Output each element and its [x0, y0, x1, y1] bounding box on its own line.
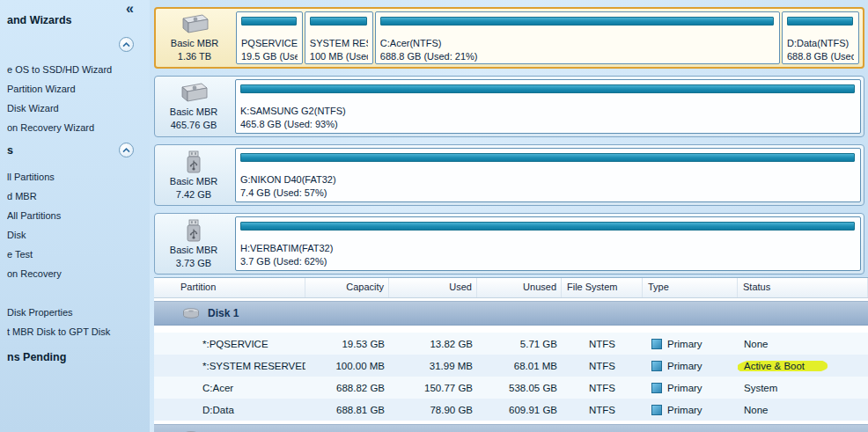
partition-block-pqservice[interactable]: PQSERVICE(NTFS) 19.5 GB (Used: 71%) [236, 11, 303, 64]
table-row-c-acer[interactable]: C:Acer 688.82 GB 150.77 GB 538.05 GB NTF… [154, 377, 868, 399]
cell-file-system: NTFS [562, 405, 643, 415]
disk-map: Basic MBR 1.36 TB PQSERVICE(NTFS) 19.5 G… [154, 7, 864, 282]
disk2-group-row[interactable]: Disk 2 [154, 424, 868, 432]
usb-drive-icon [183, 150, 204, 174]
partition-info: 100 MB (Used: 32%) [310, 50, 368, 63]
primary-partition-icon [651, 361, 662, 371]
partition-info: 3.7 GB (Used: 62%) [240, 255, 856, 268]
cell-used: 13.82 GB [389, 339, 477, 349]
partition-info: 465.8 GB (Used: 93%) [240, 118, 856, 131]
table-header: Partition Capacity Used Unused File Syst… [154, 278, 868, 298]
cell-type: Primary [643, 383, 738, 393]
disk-map-row-disk4[interactable]: Basic MBR 3.73 GB H:VERBATIM(FAT32) 3.7 … [154, 213, 864, 275]
cell-type: Primary [643, 361, 738, 371]
cell-status: None [738, 339, 868, 349]
operations-pending-title: ns Pending [7, 351, 66, 363]
disk-size-label: 3.73 GB [176, 257, 211, 269]
disk1-group-row[interactable]: Disk 1 [154, 301, 868, 326]
sidebar-item-align-all-partitions[interactable]: All Partitions [7, 206, 146, 225]
partition-block-g-nikon[interactable]: G:NIKON D40(FAT32) 7.4 GB (Used: 57%) [235, 148, 861, 202]
disk-icon [182, 308, 200, 319]
cell-unused: 68.01 MB [477, 361, 562, 371]
partition-info: 7.4 GB (Used: 57%) [240, 187, 856, 200]
column-header-partition[interactable]: Partition [154, 278, 305, 297]
cell-capacity: 688.81 GB [305, 405, 389, 415]
column-header-type[interactable]: Type [643, 278, 738, 297]
disk-group-name: Disk 1 [208, 307, 239, 319]
disk-map-row-disk2[interactable]: Basic MBR 465.76 GB K:SAMSUNG G2(NTFS) 4… [154, 76, 864, 137]
cell-partition: C:Acer [154, 383, 305, 393]
cell-used: 78.90 GB [389, 405, 477, 415]
sidebar-item-partition-recovery-wizard[interactable]: on Recovery Wizard [7, 118, 146, 137]
cell-partition: *:PQSERVICE [154, 339, 305, 349]
disk-type-label: Basic MBR [171, 37, 218, 49]
partition-info: 19.5 GB (Used: 71%) [241, 50, 298, 63]
column-header-status[interactable]: Status [738, 278, 868, 297]
disk2-label[interactable]: Basic MBR 465.76 GB [155, 77, 232, 136]
cell-used: 150.77 GB [389, 383, 477, 393]
cell-capacity: 19.53 GB [305, 339, 389, 349]
operations-list: ll Partitions d MBR All Partitions Disk … [7, 167, 146, 341]
sidebar-item-delete-all-partitions[interactable]: ll Partitions [7, 167, 146, 187]
sidebar-item-surface-test[interactable]: e Test [7, 245, 146, 264]
cell-file-system: NTFS [562, 339, 643, 349]
disk1-label[interactable]: Basic MBR 1.36 TB [156, 9, 233, 67]
disk-map-row-disk3[interactable]: Basic MBR 7.42 GB G:NIKON D40(FAT32) 7.4… [154, 144, 864, 206]
sidebar-section-wizards-title: and Wizards [7, 14, 72, 26]
sidebar-item-disk[interactable]: Disk [7, 225, 146, 245]
partition-block-k-samsung[interactable]: K:SAMSUNG G2(NTFS) 465.8 GB (Used: 93%) [235, 79, 861, 134]
chevron-up-icon[interactable] [119, 143, 134, 157]
column-header-used[interactable]: Used [389, 278, 477, 297]
sidebar-item-convert-mbr-to-gpt[interactable]: t MBR Disk to GPT Disk [7, 322, 146, 341]
primary-partition-icon [651, 383, 662, 393]
cell-capacity: 688.82 GB [305, 383, 389, 393]
cell-type: Primary [643, 405, 738, 415]
usage-bar [240, 222, 855, 231]
table-row-system-reserved[interactable]: *:SYSTEM RESERVED 100.00 MB 31.99 MB 68.… [154, 355, 868, 377]
sidebar-item-migrate-os-wizard[interactable]: e OS to SSD/HD Wizard [7, 60, 146, 79]
disk1-partitions: PQSERVICE(NTFS) 19.5 GB (Used: 71%) SYST… [233, 9, 863, 67]
table-row-pqservice[interactable]: *:PQSERVICE 19.53 GB 13.82 GB 5.71 GB NT… [154, 333, 868, 355]
sidebar-item-rebuild-mbr[interactable]: d MBR [7, 187, 146, 206]
usage-bar [241, 17, 297, 26]
partition-name: G:NIKON D40(FAT32) [240, 173, 856, 187]
sidebar-item-copy-disk-wizard[interactable]: Disk Wizard [7, 99, 146, 118]
main-area: Basic MBR 1.36 TB PQSERVICE(NTFS) 19.5 G… [154, 0, 868, 432]
disk-map-row-disk1[interactable]: Basic MBR 1.36 TB PQSERVICE(NTFS) 19.5 G… [154, 7, 864, 69]
partition-block-h-verbatim[interactable]: H:VERBATIM(FAT32) 3.7 GB (Used: 62%) [235, 216, 861, 271]
disk3-label[interactable]: Basic MBR 7.42 GB [155, 145, 232, 205]
partition-name: K:SAMSUNG G2(NTFS) [240, 105, 856, 118]
table-row-d-data[interactable]: D:Data 688.81 GB 78.90 GB 609.91 GB NTFS… [154, 399, 868, 421]
disk-type-label: Basic MBR [170, 106, 217, 118]
column-header-capacity[interactable]: Capacity [305, 278, 389, 297]
partition-name: H:VERBATIM(FAT32) [240, 242, 856, 255]
partition-block-system-reserved[interactable]: SYSTEM RESERVED(NTFS) 100 MB (Used: 32%) [305, 11, 373, 64]
disk-size-label: 465.76 GB [171, 119, 217, 131]
usage-bar [240, 153, 855, 162]
usage-bar [310, 17, 367, 26]
cell-unused: 609.91 GB [477, 405, 562, 415]
cell-used: 31.99 MB [389, 361, 477, 371]
primary-partition-icon [651, 405, 662, 415]
partition-block-c-acer[interactable]: C:Acer(NTFS) 688.8 GB (Used: 21%) [375, 11, 780, 64]
partition-name: SYSTEM RESERVED(NTFS) [310, 37, 368, 50]
sidebar-item-copy-partition-wizard[interactable]: Partition Wizard [7, 79, 146, 99]
hard-drive-icon [180, 13, 210, 36]
disk-size-label: 7.42 GB [176, 188, 211, 201]
cell-unused: 538.05 GB [477, 383, 562, 393]
yellow-highlight-annotation: Active & Boot [744, 361, 805, 371]
partition-block-d-data[interactable]: D:Data(NTFS) 688.8 GB (Used: 11%) [782, 11, 859, 64]
sidebar-item-disk-properties[interactable]: Disk Properties [7, 303, 146, 322]
chevron-up-icon[interactable] [119, 37, 134, 52]
cell-unused: 5.71 GB [477, 339, 562, 349]
collapse-sidebar-button[interactable]: « [126, 2, 134, 16]
column-header-file-system[interactable]: File System [562, 278, 643, 297]
sidebar-item-partition-recovery[interactable]: on Recovery [7, 264, 146, 283]
usage-bar [380, 17, 774, 26]
disk4-label[interactable]: Basic MBR 3.73 GB [155, 214, 232, 274]
cell-status: None [738, 405, 868, 415]
cell-status: System [738, 383, 868, 393]
wizards-list: e OS to SSD/HD Wizard Partition Wizard D… [7, 60, 146, 137]
partition-table: Partition Capacity Used Unused File Syst… [154, 277, 868, 432]
column-header-unused[interactable]: Unused [477, 278, 562, 297]
